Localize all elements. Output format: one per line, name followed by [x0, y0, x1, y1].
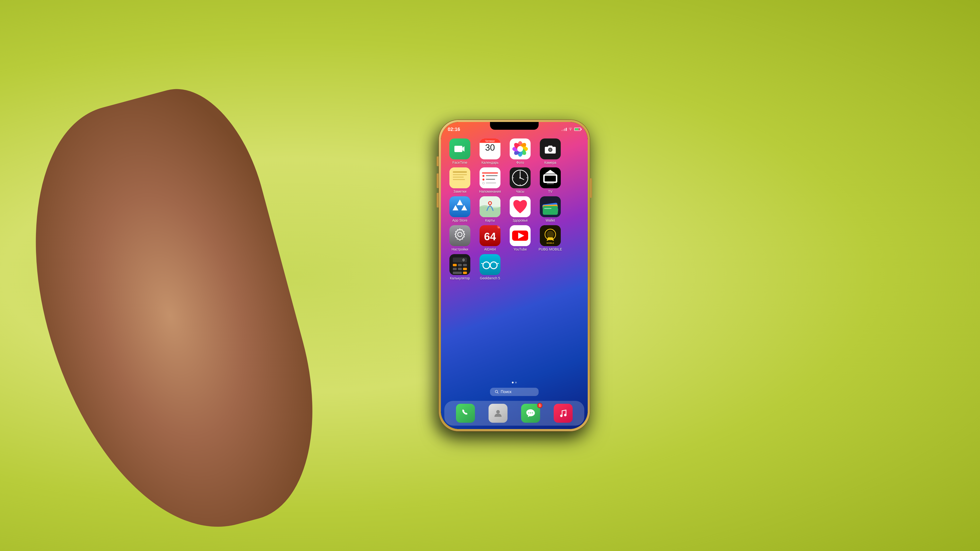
app-settings[interactable]: Настройки — [447, 225, 473, 251]
app-notes-label: Заметки — [453, 189, 466, 194]
app-calendar[interactable]: Четверг 30 Календарь — [477, 138, 503, 165]
svg-rect-69 — [458, 268, 462, 270]
home-screen: 02:16 — [441, 122, 588, 429]
page-dot-1 — [512, 382, 514, 383]
app-maps-label: Карты — [485, 218, 495, 222]
app-maps[interactable]: Карты — [477, 196, 503, 222]
app-pubg[interactable]: MOBILE PUBG MOBILE — [537, 225, 563, 251]
svg-rect-39 — [449, 196, 470, 217]
app-clock[interactable]: Часы — [507, 167, 533, 194]
svg-point-9 — [517, 146, 523, 152]
svg-rect-49 — [543, 206, 558, 215]
svg-point-30 — [519, 177, 521, 179]
search-bar-label: Поиск — [501, 390, 511, 394]
svg-rect-66 — [458, 264, 462, 266]
app-geekbench-label: Geekbench 5 — [480, 276, 500, 280]
app-clock-label: Часы — [516, 189, 524, 194]
notch — [490, 122, 539, 130]
app-camera[interactable]: Камера — [537, 138, 563, 165]
messages-badge: 1 — [537, 403, 542, 408]
search-bar[interactable]: Поиск — [490, 388, 539, 396]
wifi-icon — [568, 127, 573, 132]
app-tv-label: TV — [548, 189, 552, 194]
svg-point-80 — [496, 410, 500, 414]
volume-up-button — [436, 173, 439, 188]
app-photos[interactable]: Фото — [507, 138, 533, 165]
svg-line-76 — [481, 264, 483, 264]
app-tv[interactable]: TV — [537, 167, 563, 194]
dock-music[interactable] — [552, 404, 574, 423]
app-facetime-label: FaceTime — [452, 160, 468, 165]
app-grid: FaceTime Четверг 30 Календарь — [441, 133, 588, 380]
svg-rect-63 — [453, 257, 467, 262]
app-geekbench[interactable]: Geekbench 5 — [477, 254, 503, 280]
status-time: 02:16 — [448, 127, 460, 132]
dock: 1 — [444, 401, 584, 426]
signal-icon — [562, 127, 567, 131]
app-youtube-label: YouTube — [513, 247, 527, 251]
svg-point-20 — [482, 175, 484, 177]
app-aida64-label: AIDA64 — [484, 247, 496, 251]
svg-rect-14 — [453, 171, 467, 173]
svg-rect-50 — [544, 208, 552, 209]
app-row-5: 0 — [447, 254, 582, 280]
app-reminders[interactable]: Напоминания — [477, 167, 503, 194]
app-photos-label: Фото — [516, 160, 524, 165]
svg-point-81 — [528, 412, 529, 413]
svg-rect-71 — [453, 272, 462, 274]
svg-point-84 — [560, 414, 563, 417]
svg-rect-72 — [463, 272, 467, 274]
svg-line-79 — [497, 392, 498, 393]
dock-contacts[interactable] — [487, 404, 509, 423]
search-bar-container: Поиск — [441, 385, 588, 401]
app-settings-label: Настройки — [452, 247, 468, 251]
dock-phone[interactable] — [455, 404, 476, 423]
page-dot-2 — [515, 382, 517, 383]
svg-point-85 — [564, 414, 566, 416]
svg-point-43 — [489, 202, 491, 204]
svg-rect-19 — [482, 172, 498, 174]
silent-switch — [436, 156, 439, 166]
svg-rect-38 — [547, 183, 554, 184]
power-button — [590, 178, 592, 198]
page-dots — [441, 380, 588, 385]
app-row-3: App Store — [447, 196, 582, 222]
app-health[interactable]: Здоровье — [507, 196, 533, 222]
phone-device: 02:16 — [439, 120, 590, 431]
app-calculator-label: Калькулятор — [450, 276, 470, 280]
svg-rect-68 — [453, 268, 457, 270]
svg-text:64: 64 — [484, 230, 496, 243]
calendar-date: 30 — [485, 143, 495, 152]
svg-rect-23 — [486, 179, 495, 180]
battery-icon — [574, 127, 581, 131]
svg-rect-65 — [453, 264, 457, 266]
svg-point-22 — [482, 179, 484, 181]
svg-point-82 — [530, 412, 531, 413]
svg-rect-15 — [453, 174, 467, 175]
app-camera-label: Камера — [544, 160, 556, 165]
app-row-4: Настройки 3 — [447, 225, 582, 251]
svg-rect-16 — [453, 176, 464, 178]
volume-down-button — [436, 193, 439, 208]
dock-messages[interactable]: 1 — [520, 404, 541, 423]
svg-text:0: 0 — [463, 258, 465, 262]
app-facetime[interactable]: FaceTime — [447, 138, 473, 165]
app-reminders-label: Напоминания — [479, 189, 501, 194]
app-calendar-label: Календарь — [482, 160, 499, 165]
app-appstore[interactable]: App Store — [447, 196, 473, 222]
app-calculator[interactable]: 0 — [447, 254, 473, 280]
svg-point-83 — [532, 412, 533, 413]
app-aida64[interactable]: 3 64 — [477, 225, 503, 251]
svg-rect-17 — [453, 179, 465, 180]
phone-screen: 02:16 — [441, 122, 588, 429]
svg-rect-18 — [480, 167, 500, 188]
svg-line-77 — [497, 264, 499, 264]
app-notes[interactable]: Заметки — [447, 167, 473, 194]
hand-background — [0, 73, 344, 551]
app-youtube[interactable]: YouTube — [507, 225, 533, 251]
app-row-2: Заметки — [447, 167, 582, 194]
svg-rect-25 — [486, 183, 496, 183]
svg-rect-21 — [486, 175, 498, 176]
svg-text:MOBILE: MOBILE — [546, 242, 554, 244]
app-wallet[interactable]: Wallet — [537, 196, 563, 222]
